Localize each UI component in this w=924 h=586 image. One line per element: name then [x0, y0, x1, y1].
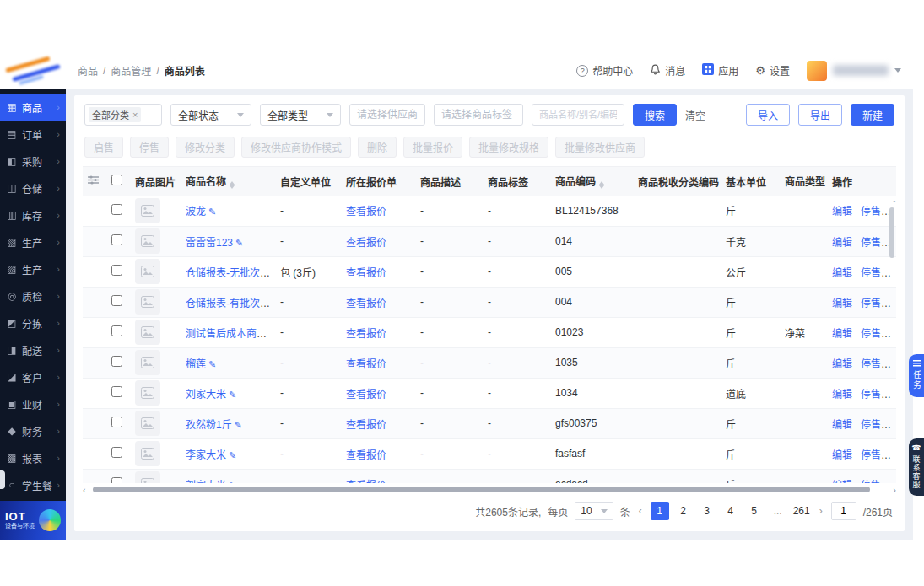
sidebar-collapse-handle[interactable] — [0, 470, 5, 489]
scroll-up-icon[interactable]: ‹ — [890, 201, 897, 203]
product-tag-input[interactable] — [434, 104, 523, 126]
row-checkbox[interactable] — [111, 417, 122, 427]
view-quote-link[interactable]: 查看报价 — [346, 449, 386, 461]
view-quote-link[interactable]: 查看报价 — [346, 358, 386, 370]
page-button-261[interactable]: 261 — [792, 502, 811, 520]
edit-link[interactable]: 编辑 — [832, 419, 852, 431]
row-checkbox[interactable] — [111, 477, 122, 483]
import-button[interactable]: 导入 — [746, 104, 790, 126]
edit-link[interactable]: 编辑 — [832, 267, 852, 279]
sidebar-item-student-meal[interactable]: ○学生餐› — [0, 471, 66, 498]
row-checkbox[interactable] — [111, 234, 122, 245]
sidebar-item-warehouse[interactable]: ◫仓储› — [0, 175, 66, 202]
page-button-4[interactable]: 4 — [721, 502, 740, 520]
sidebar-item-delivery[interactable]: ◨配送› — [0, 336, 66, 363]
sidebar-item-purchase[interactable]: ◧采购› — [0, 148, 66, 175]
page-jump-input[interactable] — [831, 502, 856, 520]
stop-sale-link[interactable]: 停售 — [861, 298, 881, 309]
view-quote-link[interactable]: 查看报价 — [346, 206, 386, 218]
edit-link[interactable]: 编辑 — [832, 449, 852, 461]
prev-page-button[interactable]: ‹ — [637, 505, 644, 517]
edit-link[interactable]: 编辑 — [832, 298, 852, 309]
search-button[interactable]: 搜索 — [633, 104, 677, 126]
page-button-3[interactable]: 3 — [698, 502, 716, 520]
edit-name-icon[interactable]: ✎ — [235, 238, 243, 248]
create-button[interactable]: 新建 — [851, 104, 894, 126]
product-name-link[interactable]: 李家大米 — [186, 449, 226, 461]
messages-button[interactable]: 消息 — [650, 63, 685, 78]
horizontal-scrollbar-thumb[interactable] — [93, 487, 869, 492]
delete-batch-button[interactable]: 删除 — [358, 137, 397, 158]
help-center-button[interactable]: ? 帮助中心 — [576, 63, 633, 78]
stop-sale-link[interactable]: 停售 — [861, 358, 881, 370]
sidebar-item-customers[interactable]: ◪客户› — [0, 363, 66, 390]
edit-category-batch-button[interactable]: 修改分类 — [176, 137, 235, 158]
sidebar-item-quality[interactable]: ◎质检› — [0, 282, 66, 309]
stop-sale-link[interactable]: 停售 — [861, 267, 881, 279]
view-quote-link[interactable]: 查看报价 — [346, 237, 386, 249]
stop-sale-link[interactable]: 停售 — [861, 449, 881, 461]
task-float-button[interactable]: 任务 — [909, 354, 924, 397]
select-all-checkbox[interactable] — [111, 175, 122, 185]
start-sale-batch-button[interactable]: 启售 — [84, 137, 123, 158]
row-checkbox[interactable] — [111, 265, 122, 276]
sidebar-item-reports[interactable]: ▩报表› — [0, 444, 66, 471]
stop-sale-link[interactable]: 停售 — [861, 389, 881, 401]
row-checkbox[interactable] — [111, 325, 122, 336]
product-name-link[interactable]: 雷雷雷123 — [186, 237, 233, 249]
edit-name-icon[interactable]: ✎ — [208, 359, 216, 369]
column-header-code[interactable]: 商品编码 — [550, 167, 633, 196]
next-page-button[interactable]: › — [818, 505, 824, 517]
edit-name-icon[interactable]: ✎ — [269, 329, 275, 339]
edit-link[interactable]: 编辑 — [832, 328, 852, 340]
edit-supplier-mode-batch-button[interactable]: 修改供应商协作模式 — [241, 137, 351, 158]
product-name-link[interactable]: 波龙 — [186, 206, 206, 218]
per-page-select[interactable]: 10 — [575, 502, 613, 520]
product-name-link[interactable]: 测试售后成本商品 — [186, 328, 267, 340]
column-header-product-name[interactable]: 商品名称 — [181, 167, 275, 196]
edit-link[interactable]: 编辑 — [832, 389, 852, 401]
product-name-link[interactable]: 刘家大米 — [186, 389, 226, 401]
view-quote-link[interactable]: 查看报价 — [346, 480, 386, 484]
sort-icon[interactable] — [599, 181, 604, 189]
remove-tag-icon[interactable]: × — [132, 110, 138, 120]
product-name-search-input[interactable] — [532, 104, 624, 126]
stop-sale-batch-button[interactable]: 停售 — [130, 137, 169, 158]
column-header-type[interactable]: 商品类型 — [780, 167, 827, 196]
sidebar-item-goods[interactable]: ▦商品› — [0, 94, 66, 121]
view-quote-link[interactable]: 查看报价 — [346, 328, 386, 340]
type-select[interactable]: 全部类型 — [260, 104, 341, 126]
supplier-input[interactable] — [349, 104, 425, 126]
stop-sale-link[interactable]: 停售 — [861, 237, 881, 249]
clear-button[interactable]: 清空 — [685, 108, 705, 122]
breadcrumb-goods-management[interactable]: 商品管理 — [111, 63, 151, 78]
breadcrumb-goods[interactable]: 商品 — [78, 63, 98, 78]
column-settings-icon[interactable] — [83, 167, 106, 196]
row-checkbox[interactable] — [111, 386, 122, 397]
batch-edit-spec-batch-button[interactable]: 批量修改规格 — [469, 137, 548, 158]
sidebar-item-production-2[interactable]: ▨生产› — [0, 255, 66, 282]
edit-name-icon[interactable]: ✎ — [208, 207, 216, 217]
customer-service-float-button[interactable]: ☎ 联系客服 — [909, 438, 924, 496]
sidebar-item-finance[interactable]: ◆财务› — [0, 417, 66, 444]
stop-sale-link[interactable]: 停售 — [861, 419, 881, 431]
edit-link[interactable]: 编辑 — [832, 206, 852, 218]
view-quote-link[interactable]: 查看报价 — [346, 267, 386, 279]
stop-sale-link[interactable]: 停售 — [861, 480, 881, 484]
row-checkbox[interactable] — [111, 447, 122, 458]
product-name-link[interactable]: 仓储报表-无批次 — [186, 267, 270, 279]
user-menu[interactable] — [807, 61, 901, 81]
batch-edit-supplier-batch-button[interactable]: 批量修改供应商 — [555, 137, 645, 158]
view-quote-link[interactable]: 查看报价 — [346, 419, 386, 431]
sort-icon[interactable] — [230, 181, 235, 189]
sidebar-item-inventory[interactable]: ▥库存› — [0, 202, 66, 228]
edit-name-icon[interactable]: ✎ — [229, 450, 236, 460]
product-name-link[interactable]: 孜然粉1斤 — [186, 419, 232, 431]
edit-name-icon[interactable]: ✎ — [229, 390, 236, 400]
settings-button[interactable]: ⚙ 设置 — [755, 63, 790, 78]
sidebar-item-business-finance[interactable]: ▣业财› — [0, 390, 66, 417]
product-name-link[interactable]: 刘家大米 — [186, 480, 226, 484]
apps-button[interactable]: 应用 — [702, 63, 738, 78]
sidebar-item-production-1[interactable]: ▧生产› — [0, 228, 66, 255]
category-filter[interactable]: 全部分类 × — [84, 104, 162, 126]
